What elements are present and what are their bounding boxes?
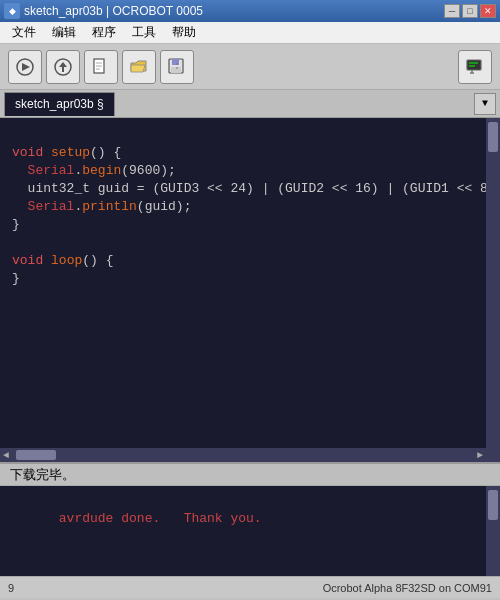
tab-label: sketch_apr03b § — [15, 97, 104, 111]
maximize-button[interactable]: □ — [462, 4, 478, 18]
console-content: avrdude done. Thank you. — [0, 486, 486, 576]
editor-scrollbar-thumb[interactable] — [488, 122, 498, 152]
code-line — [12, 126, 474, 144]
hscroll-thumb[interactable] — [16, 450, 56, 460]
verify-button[interactable] — [8, 50, 42, 84]
title-text: ◆ sketch_apr03b | OCROBOT 0005 — [4, 3, 203, 19]
close-button[interactable]: ✕ — [480, 4, 496, 18]
title-bar: ◆ sketch_apr03b | OCROBOT 0005 ─ □ ✕ — [0, 0, 500, 22]
upload-button[interactable] — [46, 50, 80, 84]
editor-vertical-scrollbar[interactable] — [486, 118, 500, 448]
panel-divider: 下载完毕。 — [0, 462, 500, 486]
window-title: sketch_apr03b | OCROBOT 0005 — [24, 4, 203, 18]
editor-hscroll-container: ◄ ► — [0, 448, 500, 462]
code-editor[interactable]: void setup() { Serial.begin(9600); uint3… — [0, 118, 500, 448]
tab-sketch[interactable]: sketch_apr03b § — [4, 92, 115, 116]
code-content[interactable]: void setup() { Serial.begin(9600); uint3… — [0, 118, 486, 448]
hscroll-left-arrow[interactable]: ◄ — [0, 450, 12, 461]
code-line: void setup() { — [12, 144, 474, 162]
toolbar — [0, 44, 500, 90]
save-button[interactable] — [160, 50, 194, 84]
svg-marker-1 — [22, 63, 30, 71]
code-line — [12, 234, 474, 252]
verify-icon — [16, 58, 34, 76]
console-scrollbar-thumb[interactable] — [488, 490, 498, 520]
window-controls[interactable]: ─ □ ✕ — [444, 4, 496, 18]
svg-rect-10 — [172, 59, 179, 65]
code-line: } — [12, 216, 474, 234]
console-vertical-scrollbar[interactable] — [486, 486, 500, 576]
menu-help[interactable]: 帮助 — [164, 22, 204, 43]
monitor-icon — [466, 59, 484, 75]
code-line: uint32_t guid = (GUID3 << 24) | (GUID2 <… — [12, 180, 474, 198]
code-line: } — [12, 270, 474, 288]
editor-hscrollbar[interactable]: ◄ ► — [0, 448, 486, 462]
hscroll-corner — [486, 448, 500, 462]
new-file-icon — [93, 58, 109, 76]
code-line: Serial.println(guid); — [12, 198, 474, 216]
menu-edit[interactable]: 编辑 — [44, 22, 84, 43]
tab-dropdown[interactable]: ▼ — [474, 93, 496, 115]
open-button[interactable] — [122, 50, 156, 84]
status-board: Ocrobot Alpha 8F32SD on COM91 — [323, 582, 492, 594]
console-line: avrdude done. Thank you. — [12, 492, 474, 546]
open-folder-icon — [130, 59, 148, 75]
serial-monitor-button[interactable] — [458, 50, 492, 84]
tab-bar: sketch_apr03b § ▼ — [0, 90, 500, 118]
hscroll-right-arrow[interactable]: ► — [474, 450, 486, 461]
status-line-number: 9 — [8, 582, 14, 594]
save-icon — [168, 58, 186, 76]
svg-rect-11 — [171, 67, 181, 73]
menu-file[interactable]: 文件 — [4, 22, 44, 43]
new-button[interactable] — [84, 50, 118, 84]
code-line: Serial.begin(9600); — [12, 162, 474, 180]
console-panel: avrdude done. Thank you. — [0, 486, 500, 576]
panel-title: 下载完毕。 — [10, 466, 75, 484]
minimize-button[interactable]: ─ — [444, 4, 460, 18]
menu-tools[interactable]: 工具 — [124, 22, 164, 43]
svg-marker-3 — [59, 62, 67, 67]
menu-program[interactable]: 程序 — [84, 22, 124, 43]
upload-icon — [54, 58, 72, 76]
app-icon: ◆ — [4, 3, 20, 19]
svg-rect-13 — [467, 60, 481, 70]
menu-bar: 文件 编辑 程序 工具 帮助 — [0, 22, 500, 44]
code-line: void loop() { — [12, 252, 474, 270]
status-bar: 9 Ocrobot Alpha 8F32SD on COM91 — [0, 576, 500, 598]
